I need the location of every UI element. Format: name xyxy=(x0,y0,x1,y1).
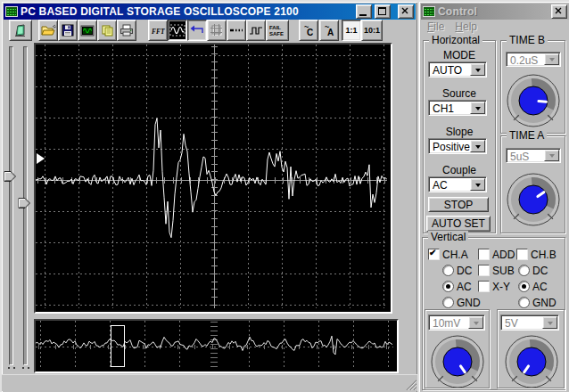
volts-b-dropdown-arrow xyxy=(542,316,557,329)
time-a-select: 5uS xyxy=(506,148,561,163)
main-waveform xyxy=(36,45,387,308)
back-arrow-button[interactable] xyxy=(187,20,207,41)
control-app-icon xyxy=(423,6,435,17)
fail-safe-icon: FAIL SAFE xyxy=(268,23,287,37)
vertical-group-label: Vertical xyxy=(428,231,468,243)
ch-a-ac-radio[interactable] xyxy=(442,281,454,292)
control-close-icon xyxy=(552,5,565,16)
vertical-group: Vertical CH.A ADD CH.B DC SUB DC AC X-Y … xyxy=(422,237,565,390)
mode-select[interactable]: AUTO xyxy=(428,61,487,78)
ch-b-ac-radio[interactable] xyxy=(518,281,530,292)
print-button[interactable] xyxy=(117,20,136,41)
close-icon xyxy=(399,5,411,16)
ch-b-gnd-label: GND xyxy=(532,297,557,309)
maximize-button[interactable] xyxy=(375,4,391,19)
stop-button[interactable]: STOP xyxy=(428,197,489,212)
svg-text:FAIL: FAIL xyxy=(269,25,281,30)
overview-waveform xyxy=(36,321,393,368)
ch-a-checkbox[interactable] xyxy=(428,249,440,260)
ch-a-ac-label: AC xyxy=(457,281,472,293)
fail-safe-button[interactable]: FAIL SAFE xyxy=(266,20,289,41)
ch-a-volts-select: 10mV xyxy=(428,314,485,331)
exit-icon xyxy=(13,23,28,37)
step-wave-button[interactable] xyxy=(246,20,266,41)
sub-checkbox[interactable] xyxy=(478,265,490,276)
ch-b-volts-select: 5V xyxy=(500,314,559,331)
grid-button[interactable] xyxy=(207,20,227,41)
time-a-knob[interactable] xyxy=(506,172,561,230)
couple-label: Couple xyxy=(424,164,495,176)
ch-b-checkbox[interactable] xyxy=(516,249,528,260)
source-label: Source xyxy=(424,87,495,100)
open-folder-icon xyxy=(41,24,56,37)
channel-a-position-slider[interactable] xyxy=(9,46,13,365)
auto-set-button[interactable]: AUTO SET xyxy=(426,216,491,232)
open-button[interactable] xyxy=(38,20,58,41)
status-bar xyxy=(2,374,417,391)
control-close-button[interactable] xyxy=(551,4,567,19)
toolbar: FFT xyxy=(2,18,417,43)
ch-a-volts-knob[interactable] xyxy=(430,334,485,388)
time-b-dropdown-arrow xyxy=(544,53,559,65)
ch-b-dc-label: DC xyxy=(532,265,548,277)
chevron-down-icon xyxy=(549,154,555,160)
ratio-10-1-button[interactable]: 10:1 xyxy=(361,20,383,41)
control-titlebar[interactable]: Control xyxy=(421,4,569,20)
ch-b-ac-label: AC xyxy=(532,281,548,293)
slope-select[interactable]: Positive xyxy=(428,138,487,154)
source-dropdown-arrow[interactable] xyxy=(470,102,485,114)
time-b-knob[interactable] xyxy=(506,73,561,131)
minimize-icon xyxy=(359,14,367,16)
xy-label: X-Y xyxy=(492,281,510,293)
printer-icon xyxy=(120,24,134,37)
ch-a-dc-radio[interactable] xyxy=(442,265,454,276)
slope-dropdown-arrow[interactable] xyxy=(470,140,485,152)
wave-a-button[interactable]: ~ A xyxy=(319,20,339,41)
channel-b-slider-thumb[interactable] xyxy=(18,198,30,208)
ch-a-label: CH.A xyxy=(442,249,468,261)
exit-button[interactable] xyxy=(9,20,32,41)
maximize-icon xyxy=(378,7,386,15)
chevron-down-icon xyxy=(474,322,479,328)
ch-b-volts-panel: 5V xyxy=(497,309,565,388)
square-wave-icon xyxy=(248,23,264,37)
desktop: PC BASED DIGITAL STORAGE OSCILLOSCOPE 21… xyxy=(0,0,569,392)
ch-b-gnd-radio[interactable] xyxy=(518,297,530,308)
ch-a-dc-label: DC xyxy=(457,265,472,277)
ratio-1-1-button[interactable]: 1:1 xyxy=(342,20,361,41)
main-scope-display xyxy=(34,43,392,314)
couple-select[interactable]: AC xyxy=(428,176,487,192)
control-window-title: Control xyxy=(438,5,548,18)
time-a-label: TIME A xyxy=(507,129,547,142)
source-select[interactable]: CH1 xyxy=(428,100,487,116)
ch-b-dc-radio[interactable] xyxy=(518,265,530,276)
copy-button[interactable] xyxy=(97,20,117,41)
couple-dropdown-arrow[interactable] xyxy=(470,178,485,191)
chevron-down-icon xyxy=(548,322,553,328)
channel-a-slider-thumb[interactable] xyxy=(4,171,16,182)
ch-a-gnd-label: GND xyxy=(457,297,481,309)
time-b-select: 0.2uS xyxy=(506,52,561,67)
snapshot-button[interactable] xyxy=(78,20,97,41)
wave-c-button[interactable]: ~ C xyxy=(299,20,318,41)
waveform-display-button[interactable] xyxy=(168,20,187,41)
mode-dropdown-arrow[interactable] xyxy=(470,63,485,76)
time-a-group: TIME A 5uS xyxy=(500,135,565,233)
ch-a-gnd-radio[interactable] xyxy=(442,297,454,308)
dotted-line-button[interactable] xyxy=(227,20,246,41)
fft-button[interactable]: FFT xyxy=(148,20,168,41)
close-button[interactable] xyxy=(398,4,414,19)
notes-icon xyxy=(101,24,114,37)
ch-b-volts-knob[interactable] xyxy=(504,334,559,388)
chevron-down-icon xyxy=(475,69,481,75)
trigger-level-arrow[interactable] xyxy=(37,153,45,164)
add-label: ADD xyxy=(492,249,515,261)
minimize-button[interactable] xyxy=(356,4,372,19)
save-button[interactable] xyxy=(58,20,78,41)
xy-checkbox[interactable] xyxy=(478,281,490,292)
resize-grip[interactable] xyxy=(405,379,416,390)
horizontal-group: Horizontal MODE AUTO Source CH1 Slope Po… xyxy=(423,40,496,233)
add-checkbox[interactable] xyxy=(478,249,490,260)
svg-text:SAFE: SAFE xyxy=(269,31,284,37)
slope-label: Slope xyxy=(424,126,495,138)
